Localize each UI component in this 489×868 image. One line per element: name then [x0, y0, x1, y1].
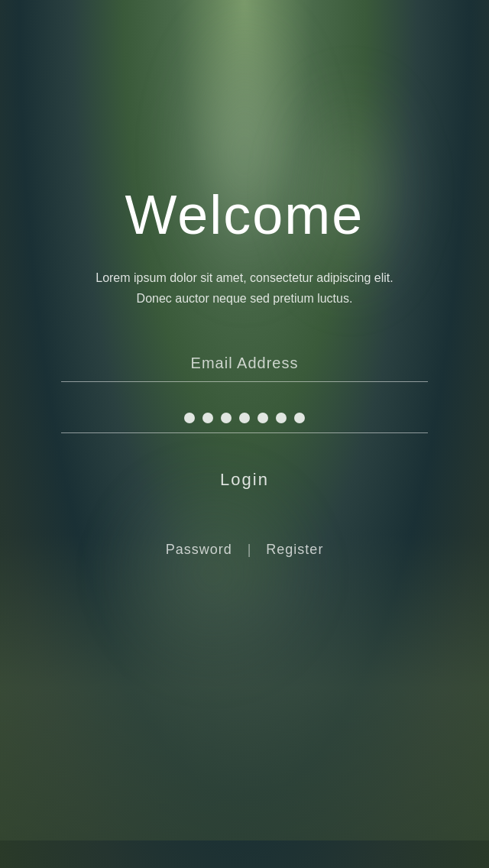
password-dot-1 [184, 413, 195, 423]
forgot-password-link[interactable]: Password [166, 542, 232, 558]
subtitle-text: Lorem ipsum dolor sit amet, consectetur … [65, 267, 424, 309]
links-divider: | [248, 542, 251, 558]
welcome-title: Welcome [125, 183, 364, 246]
password-field[interactable] [61, 413, 428, 433]
password-dot-6 [276, 413, 287, 423]
password-dot-7 [294, 413, 305, 423]
background: Welcome Lorem ipsum dolor sit amet, cons… [0, 0, 489, 868]
bottom-links: Password | Register [166, 542, 324, 558]
bg-overlay-4 [0, 535, 489, 840]
email-input[interactable] [61, 355, 428, 372]
password-dot-2 [202, 413, 213, 423]
subtitle-line-2: Donec auctor neque sed pretium luctus. [137, 292, 353, 305]
login-button[interactable]: Login [205, 464, 284, 496]
register-link[interactable]: Register [266, 542, 323, 558]
password-dot-4 [239, 413, 250, 423]
subtitle-line-1: Lorem ipsum dolor sit amet, consectetur … [96, 271, 393, 284]
password-dot-3 [221, 413, 232, 423]
main-content: Welcome Lorem ipsum dolor sit amet, cons… [0, 0, 489, 558]
login-form: Login Password | Register [0, 355, 489, 558]
password-dot-5 [257, 413, 268, 423]
email-input-wrapper [61, 355, 428, 382]
